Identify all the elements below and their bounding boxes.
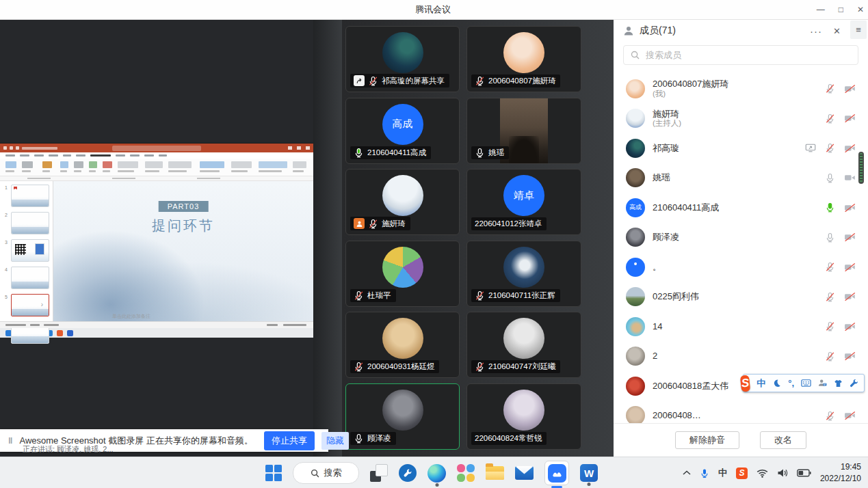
slide-number: 4 — [5, 267, 8, 272]
stop-sharing-button[interactable]: 停止共享 — [264, 431, 315, 450]
keyboard-icon[interactable] — [801, 379, 811, 387]
battery-icon[interactable] — [797, 469, 811, 477]
tool-app-icon[interactable] — [399, 464, 417, 482]
video-grid: 祁高璇的屏幕共享 2006040807施妍琦高成 2106040411高成 姚瑶… — [342, 19, 614, 457]
member-search-input[interactable] — [644, 49, 851, 61]
taskbar-clock[interactable]: 19:45 2022/12/10 — [820, 461, 861, 485]
member-row[interactable]: 0225阎利伟 — [614, 282, 868, 312]
member-row[interactable]: 。 — [614, 252, 868, 282]
member-list-scrollbar[interactable] — [858, 152, 864, 184]
slide-thumbnail: 3 — [11, 239, 49, 262]
tencent-meeting-taskbar-icon[interactable] — [544, 461, 569, 485]
skin-tshirt-icon[interactable] — [834, 379, 843, 388]
avatar — [382, 32, 423, 73]
member-row[interactable]: 高成 2106040411高成 — [614, 193, 868, 223]
tray-expand-chevron[interactable] — [683, 470, 691, 476]
rename-button[interactable]: 改名 — [760, 431, 806, 449]
member-row[interactable]: 2006040807施妍琦 (我) — [614, 74, 868, 104]
meeting-logo-icon — [548, 464, 566, 483]
minimize-button[interactable]: — — [817, 0, 825, 19]
video-tile[interactable]: 2006040931杨廷煜 — [345, 312, 460, 378]
member-status-icons — [825, 292, 856, 302]
member-status-icons — [825, 321, 856, 331]
punctuation-mode-icon[interactable]: °, — [788, 378, 794, 388]
wifi-icon[interactable] — [757, 469, 768, 478]
tile-name-label: 2206040824常哲锐 — [471, 432, 547, 445]
panel-menu-button[interactable]: ≡ — [850, 21, 867, 39]
windows-taskbar: 搜索 W 中 S 19:45 2022/12/10 — [0, 457, 868, 488]
ppt-quick-access-icons — [3, 146, 57, 150]
file-explorer-icon[interactable] — [486, 466, 504, 480]
search-icon — [631, 51, 640, 59]
sogou-logo-icon[interactable]: S — [740, 375, 751, 392]
member-row[interactable]: 20060408… — [614, 401, 868, 424]
mic-muted-icon — [368, 219, 378, 229]
camera-icon — [844, 84, 856, 94]
hide-share-bar-button[interactable]: 隐藏 — [321, 432, 349, 450]
desktop: 腾讯会议 — □ ✕ 12345›6 — [0, 0, 868, 488]
video-tile[interactable]: 2106040747刘廷曦 — [466, 312, 581, 378]
avatar — [503, 390, 544, 431]
tray-sogou-icon[interactable]: S — [736, 467, 748, 479]
screen-share-icon — [805, 144, 816, 152]
member-status-icons — [825, 202, 856, 213]
maximize-button[interactable]: □ — [839, 0, 843, 19]
member-row[interactable]: 14 — [614, 312, 868, 342]
close-button[interactable]: ✕ — [857, 0, 864, 19]
tray-ime-indicator[interactable]: 中 — [718, 467, 727, 479]
wrench-settings-icon[interactable] — [850, 379, 858, 388]
video-tile[interactable]: 靖卓2206041012张靖卓 — [466, 169, 581, 235]
video-tile[interactable]: 2106040711张正辉 — [466, 241, 581, 307]
video-tile[interactable]: 姚瑶 — [466, 98, 581, 164]
mic-on-icon — [354, 433, 364, 444]
video-tile[interactable]: 高成 2106040411高成 — [345, 98, 460, 164]
panel-close-button[interactable]: ✕ — [833, 26, 841, 36]
windows-logo-icon — [265, 465, 282, 481]
mic-on-icon — [825, 232, 835, 243]
start-button[interactable] — [265, 465, 282, 481]
unmute-button[interactable]: 解除静音 — [675, 431, 739, 449]
more-options-button[interactable]: ··· — [810, 25, 822, 37]
member-row[interactable]: 2 — [614, 342, 868, 372]
member-status-icons — [825, 173, 856, 183]
mail-app-icon[interactable] — [515, 466, 534, 480]
window-title: 腾讯会议 — [415, 0, 451, 19]
avatar — [503, 318, 544, 359]
photos-flower-app-icon[interactable] — [457, 464, 475, 482]
member-search-box[interactable] — [623, 45, 858, 65]
video-tile[interactable]: 祁高璇的屏幕共享 — [345, 26, 460, 92]
video-tile[interactable]: 2206040824常哲锐 — [466, 383, 581, 450]
moon-icon[interactable] — [772, 379, 781, 388]
video-tile[interactable]: 2006040807施妍琦 — [466, 26, 581, 92]
mic-muted-icon — [825, 143, 835, 153]
mic-active-icon — [825, 202, 835, 213]
mic-muted-icon — [825, 292, 835, 302]
member-name: 2106040411高成 — [653, 202, 719, 213]
task-view-app-icon[interactable] — [370, 464, 388, 482]
member-row[interactable]: 祁高璇 — [614, 133, 868, 163]
participant-name: 2106040747刘廷曦 — [488, 362, 555, 372]
member-name: 顾泽凌 — [653, 232, 679, 243]
member-name: 2 — [653, 351, 657, 362]
taskbar-search-label: 搜索 — [324, 467, 342, 479]
ppt-window-controls — [288, 146, 310, 150]
camera-icon — [844, 203, 856, 213]
avatar — [382, 390, 423, 431]
edge-browser-icon[interactable] — [428, 464, 446, 483]
video-tile[interactable]: 杜瑞平 — [345, 241, 460, 307]
member-row[interactable]: 施妍琦 (主持人) — [614, 104, 868, 134]
video-tile[interactable]: 顾泽凌 — [345, 383, 460, 450]
taskbar-search[interactable]: 搜索 — [293, 462, 359, 484]
member-row[interactable]: 姚瑶 — [614, 163, 868, 193]
id-photo — [35, 243, 44, 255]
shared-powerpoint-window: 12345›6 PART03 提问环节 单击此处添加备注 — [0, 144, 313, 336]
member-row[interactable]: 顾泽凌 — [614, 223, 868, 253]
tray-microphone-icon[interactable] — [700, 468, 709, 478]
volume-icon[interactable] — [777, 468, 788, 478]
participant-name: 2106040411高成 — [367, 148, 426, 158]
video-tile[interactable]: 施妍琦 — [345, 169, 460, 235]
ime-mode-chinese[interactable]: 中 — [757, 377, 765, 390]
profile-card-icon[interactable] — [818, 379, 827, 388]
ppt-ribbon-tabs — [0, 152, 313, 159]
word-app-icon[interactable]: W — [580, 464, 598, 482]
